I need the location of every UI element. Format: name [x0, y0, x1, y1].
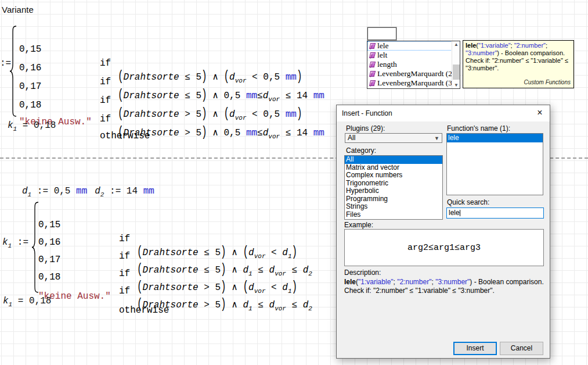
if-keyword: if — [100, 56, 111, 70]
case-condition: (Drahtsorte ≤ 5) ∧ (dvor < d1) — [137, 246, 297, 263]
math-region-result-2[interactable]: k1 = 0,18 — [3, 294, 51, 312]
if-keyword: if — [100, 94, 111, 108]
case-condition: (Drahtsorte > 5) ∧ (dvor < d1) — [137, 281, 297, 298]
quick-search-value: lele — [449, 209, 460, 217]
text-region-variante[interactable]: Variante — [2, 5, 34, 15]
autocomplete-item-label: LevenbergMarquardt (2) — [377, 69, 452, 78]
category-item-all[interactable]: All — [345, 156, 442, 164]
case-condition: (Drahtsorte ≤ 5) ∧ 0,5 mm≤dvor ≤ 14 mm — [118, 89, 324, 106]
definition-d1: d1 := 0,5 mm — [22, 184, 87, 202]
otherwise-keyword: otherwise — [119, 303, 169, 317]
function-name-listbox: lele — [446, 133, 543, 195]
function-name-item-lele[interactable]: lele — [447, 134, 543, 142]
scrollbar[interactable]: ▲ ▼ — [452, 41, 460, 88]
function-icon: f — [369, 62, 376, 67]
example-expression: arg2≤arg1≤arg3 — [407, 243, 481, 253]
category-listbox: All Matrix and vector Complex numbers Tr… — [344, 155, 443, 220]
plugins-selected-value: All — [348, 134, 355, 142]
if-keyword: if — [119, 232, 130, 246]
piecewise-case: 0,17 if (Drahtsorte > 5) ∧ (dvor < d1) — [38, 239, 72, 253]
category-item-complex[interactable]: Complex numbers — [345, 171, 442, 180]
function-tooltip: lele("1:variable"; "2:number"; "3:number… — [463, 40, 574, 88]
otherwise-keyword: otherwise — [100, 129, 150, 143]
category-item-programming[interactable]: Programming — [345, 195, 442, 203]
scroll-up-icon[interactable]: ▲ — [452, 41, 460, 48]
case-condition: (Drahtsorte > 5) ∧ (dvor < 0,5 mm) — [118, 108, 302, 125]
example-box: arg2≤arg1≤arg3 — [344, 229, 544, 266]
piecewise-case: 0,18 if (Drahtsorte > 5) ∧ d1 ≤ dvor ≤ d… — [38, 256, 72, 270]
case-condition: (Drahtsorte ≤ 5) ∧ (dvor < 0,5 mm) — [118, 70, 302, 88]
quick-search-input[interactable]: lele — [446, 207, 544, 219]
piecewise-case-otherwise: "keine Ausw." otherwise — [38, 275, 72, 289]
category-item-strings[interactable]: Strings — [345, 203, 442, 211]
if-keyword: if — [100, 75, 111, 89]
scrollbar-thumb[interactable] — [453, 65, 460, 80]
autocomplete-item-length[interactable]: f length — [367, 60, 452, 69]
definition-d2: d2 := 14 mm — [95, 184, 154, 202]
piecewise-case-otherwise: "keine Ausw." otherwise — [19, 101, 53, 115]
plugins-dropdown[interactable]: All ▼ — [345, 133, 442, 143]
tooltip-text: lele("1:variable"; "2:number"; "3:number… — [466, 42, 571, 72]
piecewise-case: 0,16 if (Drahtsorte ≤ 5) ∧ d1 ≤ dvor ≤ d… — [38, 221, 72, 235]
close-icon[interactable]: × — [530, 105, 550, 121]
math-region-definitions[interactable]: d1 := 0,5 mm d2 := 14 mm — [22, 184, 154, 202]
function-icon: f — [369, 71, 376, 77]
smath-worksheet: Variante := 0,15 if (Drahtsorte ≤ 5) ∧ (… — [0, 0, 588, 365]
description-text: lele("1:variable"; "2:number"; "3:number… — [344, 278, 544, 295]
autocomplete-item-levenbergmarquardt-2[interactable]: f LevenbergMarquardt (2) — [367, 69, 452, 78]
if-keyword: if — [100, 112, 111, 126]
piecewise-case: 0,18 if (Drahtsorte > 5) ∧ 0,5 mm≤dvor ≤… — [19, 84, 53, 98]
function-name-label: Function's name (1): — [447, 124, 510, 133]
math-region-result-1[interactable]: k1 = 0,18 — [8, 119, 56, 136]
scroll-down-icon[interactable]: ▼ — [452, 82, 460, 88]
quick-search-label: Quick search: — [447, 198, 489, 206]
function-icon: f — [369, 43, 376, 49]
piecewise-case: 0,15 if (Drahtsorte ≤ 5) ∧ (dvor < d1) — [38, 204, 72, 218]
autocomplete-item-label: length — [377, 60, 397, 69]
autocomplete-item-lelt[interactable]: f lelt — [367, 51, 452, 60]
piecewise-case: 0,16 if (Drahtsorte ≤ 5) ∧ 0,5 mm≤dvor ≤… — [19, 47, 53, 61]
dialog-title: Insert - Function — [337, 109, 392, 117]
piecewise-case: 0,15 if (Drahtsorte ≤ 5) ∧ (dvor < 0,5 m… — [19, 28, 53, 42]
category-label: Category: — [346, 146, 376, 155]
autocomplete-dropdown: f lele f lelt f length f LevenbergMarqua… — [367, 41, 460, 89]
plugins-label: Plugins (29): — [346, 124, 385, 133]
dialog-titlebar[interactable]: Insert - Function × — [337, 105, 550, 121]
if-keyword: if — [119, 249, 130, 263]
piecewise-case: 0,17 if (Drahtsorte > 5) ∧ (dvor < 0,5 m… — [19, 66, 53, 80]
example-label: Example: — [344, 221, 373, 229]
if-keyword: if — [119, 267, 130, 281]
assign-head: k1 := — [2, 235, 28, 253]
cancel-button[interactable]: Cancel — [500, 342, 543, 355]
category-item-trigonometric[interactable]: Trigonometric — [345, 180, 442, 188]
function-icon: f — [369, 80, 376, 86]
inline-math-input[interactable]: lele — [367, 27, 396, 40]
function-icon: f — [369, 52, 376, 58]
insert-button[interactable]: Insert — [453, 342, 497, 355]
description-label: Description: — [344, 269, 381, 277]
autocomplete-item-levenbergmarquardt-3[interactable]: f LevenbergMarquardt (3) — [367, 78, 452, 88]
tooltip-category: Custom Functions — [524, 78, 571, 86]
category-item-hyperbolic[interactable]: Hyperbolic — [345, 187, 442, 195]
chevron-down-icon: ▼ — [434, 134, 439, 143]
autocomplete-item-label: lele — [377, 41, 389, 51]
text-cursor — [460, 210, 460, 216]
autocomplete-item-lele[interactable]: f lele — [367, 41, 452, 51]
if-keyword: if — [119, 284, 130, 298]
insert-function-dialog: Insert - Function × Plugins (29): All ▼ … — [336, 105, 550, 359]
autocomplete-item-label: LevenbergMarquardt (3) — [377, 78, 452, 88]
autocomplete-item-label: lelt — [377, 51, 387, 60]
category-item-matrix[interactable]: Matrix and vector — [345, 164, 442, 172]
piecewise-brace — [9, 26, 17, 117]
category-item-files[interactable]: Files — [345, 211, 442, 219]
